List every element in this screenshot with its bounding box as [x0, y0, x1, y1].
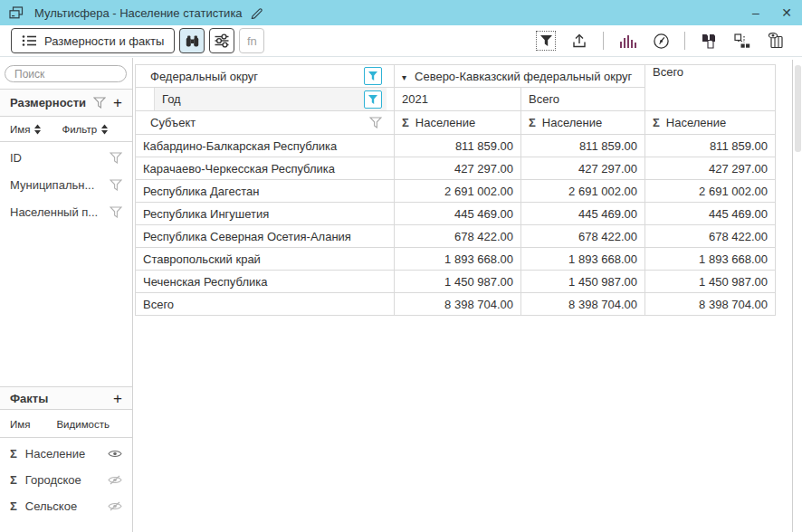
value-cell[interactable]: 678 422.00 [395, 225, 521, 248]
row-label-cell[interactable]: Республика Северная Осетия-Алания [136, 225, 395, 248]
value-cell[interactable]: 427 297.00 [395, 157, 521, 180]
eye-hidden-icon[interactable] [108, 475, 122, 485]
filter-funnel-icon[interactable] [536, 31, 556, 51]
funnel-outline-icon[interactable] [110, 152, 122, 164]
dimensions-name-column[interactable]: Имя [10, 124, 42, 135]
collapse-triangle-icon[interactable]: ▾ [402, 72, 406, 82]
add-dimension-button[interactable]: + [113, 95, 122, 110]
group-total-header-cell[interactable]: Всего [521, 88, 645, 111]
fact-item-population[interactable]: Σ Население [0, 441, 132, 467]
dimension-item-id[interactable]: ID [0, 144, 132, 171]
value-cell[interactable]: 678 422.00 [521, 225, 645, 248]
fact-item-urban[interactable]: Σ Городское [0, 467, 132, 493]
value-cell[interactable]: 8 398 704.00 [395, 293, 521, 316]
year-header-cell[interactable]: 2021 [395, 88, 521, 111]
table-row: Республика Дагестан 2 691 002.00 2 691 0… [136, 180, 776, 203]
funnel-outline-icon[interactable] [110, 206, 122, 218]
value-cell[interactable]: 1 450 987.00 [395, 271, 521, 293]
column-chart-icon[interactable] [617, 31, 637, 51]
value-cell[interactable]: 445 469.00 [395, 203, 521, 225]
hierarchy-icon[interactable] [732, 31, 752, 51]
binoculars-icon [185, 34, 200, 48]
filter-year-button[interactable] [364, 90, 382, 109]
value-cell[interactable]: 427 297.00 [521, 157, 645, 180]
sidebar: Размерности + Имя Фильтр ID [0, 58, 133, 532]
dimension-item-municipal[interactable]: Муниципальн... [0, 171, 132, 198]
fact-item-rural[interactable]: Σ Сельское [0, 493, 132, 519]
pivot-table: Федеральный округ ▾Северо-Кавказский фед… [135, 64, 776, 316]
grand-total-header-cell[interactable]: Всего [645, 65, 776, 111]
row-label-cell[interactable]: Всего [136, 293, 395, 316]
sum-icon: Σ [529, 116, 536, 129]
sum-icon: Σ [10, 499, 17, 513]
value-cell[interactable]: 811 859.00 [521, 135, 645, 157]
value-cell[interactable]: 2 691 002.00 [521, 180, 645, 203]
dimensions-facts-button[interactable]: Размерности и факты [11, 28, 175, 53]
filter-federal-district-button[interactable] [364, 67, 382, 85]
value-cell[interactable]: 8 398 704.00 [521, 293, 645, 316]
scrollbar-thumb[interactable] [795, 65, 801, 152]
value-cell[interactable]: 1 450 987.00 [645, 271, 776, 293]
measure-header-cell[interactable]: ΣНаселение [521, 111, 645, 135]
measure-header-cell[interactable]: ΣНаселение [645, 111, 776, 135]
toolbar-right [536, 31, 791, 51]
pivot-area: Федеральный округ ▾Северо-Кавказский фед… [134, 58, 792, 532]
copy-icon[interactable] [699, 31, 719, 51]
dimensions-filter-column[interactable]: Фильтр [62, 124, 109, 135]
row-label-cell[interactable]: Республика Дагестан [136, 180, 395, 203]
edit-title-icon[interactable] [251, 6, 264, 19]
sub-field-cell[interactable]: Год [136, 88, 395, 111]
row-label-cell[interactable]: Карачаево-Черкесская Республика [136, 157, 395, 180]
settings-sliders-button[interactable] [209, 28, 234, 53]
value-cell[interactable]: 427 297.00 [645, 157, 776, 180]
value-cell[interactable]: 2 691 002.00 [395, 180, 521, 203]
table-row: Карачаево-Черкесская Республика 427 297.… [136, 157, 776, 180]
close-button[interactable]: ✕ [771, 0, 802, 25]
find-button[interactable] [179, 28, 205, 53]
dimensions-section-header: Размерности + [0, 89, 132, 117]
vertical-scrollbar[interactable] [792, 60, 802, 532]
row-label-cell[interactable]: Республика Ингушетия [136, 203, 395, 225]
search-input[interactable] [5, 65, 127, 82]
value-cell[interactable]: 1 893 668.00 [395, 248, 521, 271]
value-cell[interactable]: 2 691 002.00 [645, 180, 776, 203]
eye-visible-icon[interactable] [108, 449, 122, 459]
measure-header-cell[interactable]: ΣНаселение [395, 111, 521, 135]
title-bar: Мультисфера - Население статистика – ✕ [0, 0, 802, 25]
funnel-filled-icon [368, 71, 378, 81]
funnel-outline-icon[interactable] [369, 117, 382, 128]
eye-hidden-icon[interactable] [108, 501, 122, 511]
row-label-cell[interactable]: Ставропольский край [136, 248, 395, 271]
minimize-button[interactable]: – [740, 0, 771, 25]
group-header-cell[interactable]: ▾Северо-Кавказский федеральный округ [395, 65, 645, 88]
view-data-icon[interactable] [766, 31, 786, 51]
export-icon[interactable] [569, 31, 589, 51]
toolbar: Размерности и факты [0, 25, 802, 57]
value-cell[interactable]: 1 893 668.00 [645, 248, 776, 271]
row-label-cell[interactable]: Чеченская Республика [136, 271, 395, 293]
value-cell[interactable]: 1 450 987.00 [521, 271, 645, 293]
col-field-cell[interactable]: Федеральный округ [136, 65, 395, 88]
value-cell[interactable]: 1 893 668.00 [521, 248, 645, 271]
value-cell[interactable]: 811 859.00 [395, 135, 521, 157]
value-cell[interactable]: 8 398 704.00 [645, 293, 776, 316]
compass-icon[interactable] [651, 31, 671, 51]
facts-visibility-column[interactable]: Видимость [56, 419, 110, 430]
facts-name-column[interactable]: Имя [10, 419, 30, 430]
main-area: Размерности + Имя Фильтр ID [0, 58, 802, 532]
add-fact-button[interactable]: + [113, 391, 122, 406]
funnel-outline-icon[interactable] [110, 179, 122, 191]
value-cell[interactable]: 445 469.00 [521, 203, 645, 225]
funnel-outline-icon[interactable] [93, 97, 106, 109]
fn-button[interactable]: fn [239, 28, 264, 53]
value-cell[interactable]: 678 422.00 [645, 225, 776, 248]
sum-icon: Σ [402, 116, 409, 129]
row-field-cell[interactable]: Субъект [136, 111, 395, 135]
app-window: Мультисфера - Население статистика – ✕ Р… [0, 0, 802, 532]
dimension-item-settlement[interactable]: Населенный п... [0, 198, 132, 225]
value-cell[interactable]: 811 859.00 [645, 135, 776, 157]
sum-icon: Σ [10, 447, 17, 461]
row-label-cell[interactable]: Кабардино-Балкарская Республика [136, 135, 395, 157]
value-cell[interactable]: 445 469.00 [645, 203, 776, 225]
table-row: Республика Северная Осетия-Алания 678 42… [136, 225, 776, 248]
